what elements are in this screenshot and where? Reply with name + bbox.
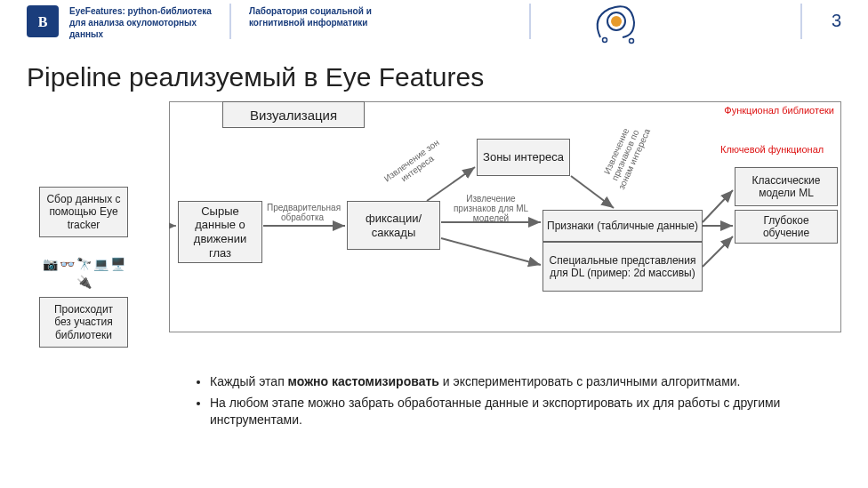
hse-logo-icon: В <box>27 5 59 37</box>
box-fixations-saccades: фиксации/ саккады <box>347 201 440 250</box>
slide-title: Pipeline реализуемый в Eye Features <box>27 62 868 92</box>
divider-icon <box>229 4 231 39</box>
glasses-icon: 👓 <box>60 257 75 271</box>
eye-swirl-icon <box>583 0 645 49</box>
svg-point-5 <box>630 39 634 44</box>
box-deep-learning: Глубокое обучение <box>735 210 838 244</box>
label-extract-feats-ml: Извлечение признаков для ML моделей <box>448 194 534 223</box>
bullet-item: На любом этапе можно забрать обработанны… <box>210 395 832 429</box>
divider-icon <box>529 4 531 39</box>
svg-text:В: В <box>38 14 48 29</box>
box-features-tabular: Признаки (табличные данные) <box>542 210 703 242</box>
camera-icon: 📷 <box>43 257 58 271</box>
laptop-icon: 💻 <box>93 257 108 271</box>
box-raw-data: Сырые данные о движении глаз <box>178 201 262 263</box>
tripod-icon: 🔭 <box>76 257 92 271</box>
box-aoi: Зоны интереса <box>477 139 570 176</box>
box-special-repr: Специальные представления для DL (пример… <box>542 242 703 292</box>
box-classic-ml: Классические модели ML <box>735 167 838 206</box>
subtitle-right: Лаборатория социальной и когнитивной инф… <box>249 5 409 28</box>
monitor-icon: 🖥️ <box>110 257 125 271</box>
page-number: 3 <box>832 11 841 31</box>
legend-key-functional: Ключевой функционал <box>720 144 824 155</box>
legend-lib-functional: Функционал библиотеки <box>724 105 834 116</box>
box-visualization: Визуализация <box>222 101 365 128</box>
bullet-list: Каждый этап можно кастомизировать и эксп… <box>194 373 832 429</box>
divider-icon <box>800 4 802 39</box>
box-without-lib: Происходит без участия библиотеки <box>39 297 128 348</box>
svg-point-4 <box>603 38 607 43</box>
chip-icon: 🔌 <box>76 275 92 289</box>
device-icons: 📷 👓 🔭 💻 🖥️ 🔌 <box>39 256 128 290</box>
box-collect: Сбор данных с помощью Eye tracker <box>39 187 128 237</box>
svg-point-2 <box>611 16 622 27</box>
label-preprocessing: Предварительная обработка <box>267 203 338 222</box>
subtitle-left: EyeFeatures: python-библиотека для анали… <box>69 5 212 40</box>
bullet-item: Каждый этап можно кастомизировать и эксп… <box>210 373 832 391</box>
pipeline-diagram: Визуализация Функционал библиотеки Ключе… <box>169 101 841 368</box>
header: В EyeFeatures: python-библиотека для ана… <box>0 0 868 53</box>
